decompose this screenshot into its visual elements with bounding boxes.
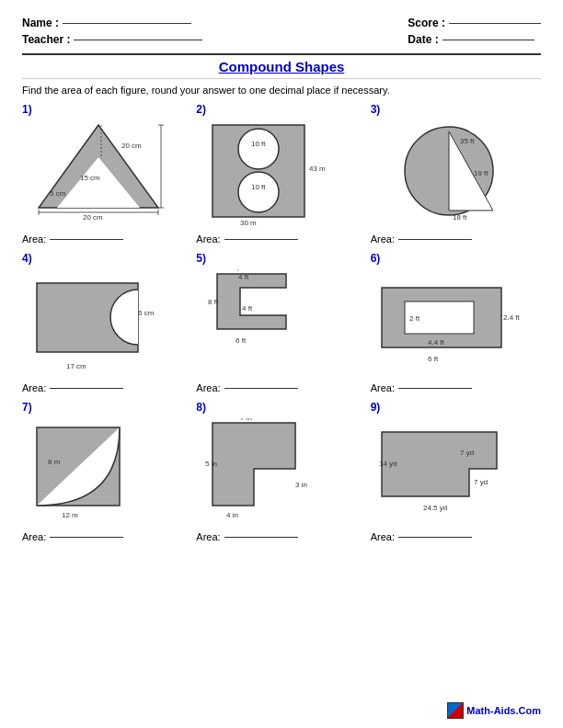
area-1-label: Area: [22, 233, 46, 245]
figure-5-svg: ↑ 4 ft 8 ft 4 ft 6 ft [203, 269, 346, 375]
figure-5: ↑ 4 ft 8 ft 4 ft 6 ft [196, 267, 352, 377]
svg-text:14 yd: 14 yd [379, 460, 397, 468]
svg-text:24.5 yd: 24.5 yd [423, 504, 447, 512]
figure-7-svg: 8 m 12 m [29, 418, 172, 524]
svg-text:7 in: 7 in [240, 418, 252, 422]
area-6: Area: [371, 382, 472, 393]
svg-text:30 m: 30 m [240, 219, 257, 226]
instructions: Find the area of each figure, round your… [22, 85, 541, 96]
date-line [442, 40, 534, 40]
problem-7-number: 7) [22, 401, 32, 414]
svg-text:2 ft: 2 ft [409, 314, 420, 323]
figure-8: 7 in 5 in 3 in 4 in [196, 415, 352, 526]
name-field: Name : [22, 17, 202, 29]
svg-text:10 ft: 10 ft [251, 183, 266, 191]
page-title: Compound Shapes [219, 59, 345, 74]
area-4-line [50, 388, 123, 389]
figure-8-svg: 7 in 5 in 3 in 4 in [203, 418, 346, 524]
title-section: Compound Shapes [22, 53, 541, 79]
problem-6-number: 6) [371, 252, 381, 265]
footer: Math-Aids.Com [447, 702, 541, 719]
svg-text:4 ft: 4 ft [242, 304, 253, 313]
area-9-line [398, 537, 472, 538]
score-field: Score : [408, 17, 541, 29]
figure-1: 20 cm 15 cm 5 cm 20 cm [22, 118, 178, 228]
area-8-line [224, 537, 298, 538]
area-3-line [398, 239, 472, 240]
area-2: Area: [196, 233, 297, 245]
area-3: Area: [371, 233, 472, 245]
svg-text:6 cm: 6 cm [138, 309, 155, 317]
svg-text:18 ft: 18 ft [453, 213, 467, 222]
problem-9-number: 9) [371, 401, 381, 414]
figure-4-svg: 6 cm 17 cm [29, 269, 172, 375]
svg-text:10 ft: 10 ft [251, 140, 266, 148]
problem-3-number: 3) [371, 103, 381, 116]
teacher-line [74, 40, 202, 40]
svg-text:3 in: 3 in [295, 481, 307, 489]
svg-text:6 ft: 6 ft [428, 355, 439, 363]
svg-text:43 m: 43 m [309, 165, 326, 173]
header: Name : Teacher : Score : Date : [22, 17, 541, 46]
area-7: Area: [22, 531, 123, 542]
problem-9: 9) 14 yd 7 yd 7 yd 24.5 yd Area: [371, 401, 541, 542]
svg-text:19 ft: 19 ft [474, 169, 488, 177]
svg-text:5 cm: 5 cm [50, 189, 66, 198]
problem-8: 8) 7 in 5 in 3 in 4 in Area: [196, 401, 366, 542]
area-6-label: Area: [371, 382, 395, 393]
problem-2: 2) 10 ft 10 ft 43 m 30 m [196, 103, 366, 245]
svg-text:12 m: 12 m [62, 511, 78, 519]
area-5: Area: [196, 382, 297, 393]
svg-text:8 ft: 8 ft [208, 298, 219, 306]
header-left: Name : Teacher : [22, 17, 202, 46]
area-8-label: Area: [196, 531, 220, 542]
page: Name : Teacher : Score : Date : Compound… [0, 0, 563, 728]
date-field: Date : [408, 33, 541, 46]
area-7-line [50, 537, 123, 538]
header-right: Score : Date : [408, 17, 541, 46]
area-1: Area: [22, 233, 123, 245]
svg-text:2.4 ft: 2.4 ft [503, 313, 520, 322]
figure-9: 14 yd 7 yd 7 yd 24.5 yd [371, 415, 527, 526]
problem-5: 5) ↑ 4 ft 8 ft 4 ft 6 ft Area: [196, 252, 366, 393]
figure-6: 2 ft 4.4 ft 2.4 ft 6 ft [371, 267, 527, 377]
area-7-label: Area: [22, 531, 46, 542]
svg-text:5 in: 5 in [205, 460, 217, 468]
score-line [449, 23, 541, 24]
logo-text: Math-Aids.Com [466, 705, 541, 716]
problems-grid: 1) 20 cm 15 cm 5 cm 20 [22, 103, 541, 542]
svg-text:4 ft: 4 ft [238, 273, 249, 281]
problem-4-number: 4) [22, 252, 32, 265]
figure-3: 35 ft 19 ft 18 ft [371, 118, 527, 228]
problem-4: 4) 6 cm 17 cm Area: [22, 252, 192, 393]
area-2-line [224, 239, 298, 240]
area-5-label: Area: [196, 382, 220, 393]
svg-text:7 yd: 7 yd [460, 449, 474, 457]
area-2-label: Area: [196, 233, 220, 245]
area-3-label: Area: [371, 233, 395, 245]
svg-point-15 [238, 172, 279, 212]
problem-2-number: 2) [196, 103, 206, 116]
problem-3: 3) 35 ft 19 ft 18 ft Area: [371, 103, 541, 245]
figure-2: 10 ft 10 ft 43 m 30 m [196, 118, 352, 228]
name-line [63, 23, 191, 24]
problem-7: 7) 8 m 12 m Area: [22, 401, 192, 542]
logo-icon [447, 702, 464, 719]
math-aids-logo: Math-Aids.Com [447, 702, 541, 719]
svg-text:20 cm: 20 cm [121, 142, 142, 150]
svg-text:6 ft: 6 ft [236, 336, 247, 345]
area-4: Area: [22, 382, 123, 393]
figure-6-svg: 2 ft 4.4 ft 2.4 ft 6 ft [377, 269, 520, 375]
problem-1: 1) 20 cm 15 cm 5 cm 20 [22, 103, 192, 245]
score-label: Score : [408, 17, 445, 29]
svg-text:35 ft: 35 ft [460, 137, 475, 145]
figure-7: 8 m 12 m [22, 415, 178, 526]
date-label: Date : [408, 33, 438, 46]
problem-5-number: 5) [196, 252, 206, 265]
figure-3-svg: 35 ft 19 ft 18 ft [377, 120, 520, 226]
svg-text:17 cm: 17 cm [66, 362, 86, 370]
svg-text:4.4 ft: 4.4 ft [428, 338, 445, 347]
area-8: Area: [196, 531, 297, 542]
svg-point-27 [110, 290, 166, 345]
problem-1-number: 1) [22, 103, 32, 116]
